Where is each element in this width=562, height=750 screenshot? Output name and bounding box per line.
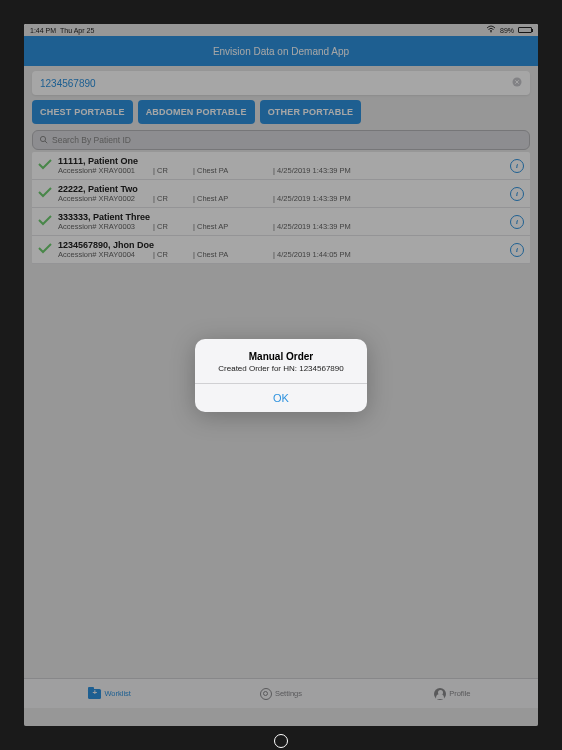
chest-portable-button[interactable]: CHEST PORTABLE <box>32 100 133 124</box>
checkmark-icon <box>38 158 54 173</box>
tab-profile-label: Profile <box>449 689 470 698</box>
row-title: 1234567890, Jhon Doe <box>58 240 506 250</box>
row-body-part: | Chest AP <box>193 194 273 203</box>
battery-percent: 89% <box>500 27 514 34</box>
row-modality: | CR <box>153 194 193 203</box>
row-datetime: | 4/25/2019 1:43:39 PM <box>273 166 506 175</box>
svg-point-0 <box>490 31 491 32</box>
row-modality: | CR <box>153 222 193 231</box>
info-icon[interactable]: i <box>510 187 524 201</box>
alert-message: Created Order for HN: 1234567890 <box>205 364 357 373</box>
svg-point-2 <box>40 136 45 141</box>
alert-ok-button[interactable]: OK <box>195 384 367 412</box>
svg-line-3 <box>45 141 47 143</box>
row-title: 22222, Patient Two <box>58 184 506 194</box>
manual-order-alert: Manual Order Created Order for HN: 12345… <box>195 339 367 412</box>
row-title: 333333, Patient Three <box>58 212 506 222</box>
row-body-part: | Chest PA <box>193 250 273 259</box>
tab-profile[interactable]: Profile <box>367 679 538 708</box>
tab-settings-label: Settings <box>275 689 302 698</box>
row-content: 1234567890, Jhon DoeAccession# XRAY0004|… <box>58 240 506 259</box>
worklist-table: 11111, Patient OneAccession# XRAY0001| C… <box>32 152 530 264</box>
wifi-icon <box>486 25 496 35</box>
row-accession: Accession# XRAY0003 <box>58 222 153 231</box>
search-placeholder: Search By Patient ID <box>52 135 131 145</box>
table-row[interactable]: 1234567890, Jhon DoeAccession# XRAY0004|… <box>32 236 530 264</box>
row-accession: Accession# XRAY0004 <box>58 250 153 259</box>
row-datetime: | 4/25/2019 1:43:39 PM <box>273 194 506 203</box>
row-modality: | CR <box>153 250 193 259</box>
row-body-part: | Chest AP <box>193 222 273 231</box>
home-button[interactable] <box>274 734 288 748</box>
clear-icon[interactable] <box>512 77 522 89</box>
info-icon[interactable]: i <box>510 243 524 257</box>
tab-worklist-label: Worklist <box>104 689 131 698</box>
table-row[interactable]: 22222, Patient TwoAccession# XRAY0002| C… <box>32 180 530 208</box>
search-input[interactable]: Search By Patient ID <box>32 130 530 150</box>
row-datetime: | 4/25/2019 1:44:05 PM <box>273 250 506 259</box>
other-portable-button[interactable]: OTHER PORTABLE <box>260 100 362 124</box>
nav-bar: Envision Data on Demand App <box>24 36 538 66</box>
abdomen-portable-button[interactable]: ABDOMEN PORTABLE <box>138 100 255 124</box>
folder-plus-icon <box>88 689 101 699</box>
search-icon <box>39 135 48 146</box>
row-content: 22222, Patient TwoAccession# XRAY0002| C… <box>58 184 506 203</box>
status-date: Thu Apr 25 <box>60 27 94 34</box>
row-details: Accession# XRAY0001| CR| Chest PA| 4/25/… <box>58 166 506 175</box>
profile-icon <box>434 688 446 700</box>
row-modality: | CR <box>153 166 193 175</box>
hn-input[interactable]: 1234567890 <box>32 71 530 95</box>
tab-bar: Worklist Settings Profile <box>24 678 538 708</box>
hn-input-value: 1234567890 <box>40 78 512 89</box>
status-time: 1:44 PM <box>30 27 56 34</box>
row-content: 333333, Patient ThreeAccession# XRAY0003… <box>58 212 506 231</box>
battery-icon <box>518 27 532 33</box>
row-details: Accession# XRAY0003| CR| Chest AP| 4/25/… <box>58 222 506 231</box>
nav-title: Envision Data on Demand App <box>213 46 349 57</box>
alert-title: Manual Order <box>205 351 357 362</box>
checkmark-icon <box>38 214 54 229</box>
info-icon[interactable]: i <box>510 215 524 229</box>
row-title: 11111, Patient One <box>58 156 506 166</box>
tab-settings[interactable]: Settings <box>195 679 366 708</box>
table-row[interactable]: 333333, Patient ThreeAccession# XRAY0003… <box>32 208 530 236</box>
checkmark-icon <box>38 242 54 257</box>
row-accession: Accession# XRAY0002 <box>58 194 153 203</box>
row-body-part: | Chest PA <box>193 166 273 175</box>
content-area: 1234567890 CHEST PORTABLE ABDOMEN PORTAB… <box>24 66 538 264</box>
tab-worklist[interactable]: Worklist <box>24 679 195 708</box>
gear-icon <box>260 688 272 700</box>
row-accession: Accession# XRAY0001 <box>58 166 153 175</box>
row-content: 11111, Patient OneAccession# XRAY0001| C… <box>58 156 506 175</box>
row-details: Accession# XRAY0002| CR| Chest AP| 4/25/… <box>58 194 506 203</box>
row-details: Accession# XRAY0004| CR| Chest PA| 4/25/… <box>58 250 506 259</box>
checkmark-icon <box>38 186 54 201</box>
table-row[interactable]: 11111, Patient OneAccession# XRAY0001| C… <box>32 152 530 180</box>
status-bar: 1:44 PM Thu Apr 25 89% <box>24 24 538 36</box>
row-datetime: | 4/25/2019 1:43:39 PM <box>273 222 506 231</box>
filter-button-row: CHEST PORTABLE ABDOMEN PORTABLE OTHER PO… <box>32 100 530 124</box>
info-icon[interactable]: i <box>510 159 524 173</box>
